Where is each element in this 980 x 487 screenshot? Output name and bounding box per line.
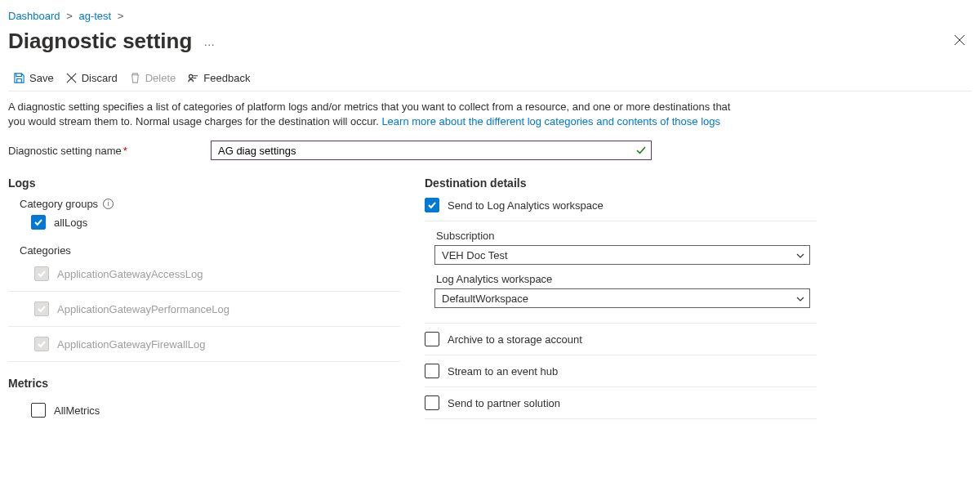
send-law-checkbox[interactable] bbox=[425, 198, 439, 212]
feedback-label: Feedback bbox=[203, 72, 250, 84]
checkmark-icon bbox=[37, 304, 47, 314]
alllogs-checkbox[interactable] bbox=[31, 215, 46, 230]
checkmark-icon bbox=[37, 269, 47, 279]
delete-button: Delete bbox=[129, 72, 176, 84]
alllogs-label: allLogs bbox=[54, 217, 87, 229]
diagnostic-name-input[interactable] bbox=[211, 141, 652, 160]
workspace-select[interactable]: DefaultWorkspace bbox=[434, 288, 810, 308]
checkmark-icon bbox=[427, 200, 437, 210]
partner-checkbox[interactable] bbox=[425, 395, 439, 410]
partner-label: Send to partner solution bbox=[448, 397, 560, 409]
category-groups-label: Category groups bbox=[20, 198, 98, 210]
destination-heading: Destination details bbox=[425, 176, 817, 190]
required-indicator: * bbox=[123, 145, 127, 157]
title-row: Diagnostic setting … bbox=[8, 24, 972, 67]
archive-checkbox[interactable] bbox=[425, 332, 439, 346]
checkmark-icon bbox=[37, 339, 47, 349]
eventhub-checkbox[interactable] bbox=[425, 364, 439, 378]
feedback-button[interactable]: Feedback bbox=[187, 72, 250, 84]
workspace-value: DefaultWorkspace bbox=[442, 293, 528, 305]
breadcrumb-parent[interactable]: ag-test bbox=[78, 10, 111, 22]
logs-heading: Logs bbox=[8, 176, 400, 190]
save-label: Save bbox=[29, 72, 54, 84]
discard-label: Discard bbox=[82, 72, 118, 84]
discard-button[interactable]: Discard bbox=[65, 72, 118, 84]
description-text: A diagnostic setting specifies a list of… bbox=[8, 92, 743, 136]
subscription-label: Subscription bbox=[434, 230, 817, 242]
toolbar: Save Discard Delete Feedback bbox=[8, 67, 972, 92]
category-checkbox-0 bbox=[34, 266, 49, 281]
breadcrumb-sep: > bbox=[118, 10, 124, 22]
category-label-0: ApplicationGatewayAccessLog bbox=[57, 268, 203, 280]
info-icon[interactable]: i bbox=[103, 199, 114, 209]
checkmark-icon bbox=[33, 217, 43, 227]
delete-icon bbox=[129, 72, 141, 84]
allmetrics-checkbox[interactable] bbox=[31, 403, 46, 418]
send-law-label: Send to Log Analytics workspace bbox=[448, 199, 604, 212]
allmetrics-label: AllMetrics bbox=[54, 404, 100, 417]
category-checkbox-1 bbox=[34, 302, 49, 316]
page-title: Diagnostic setting bbox=[8, 29, 192, 54]
save-button[interactable]: Save bbox=[13, 72, 54, 84]
destination-column: Destination details Send to Log Analytic… bbox=[425, 176, 817, 422]
discard-icon bbox=[65, 72, 78, 84]
breadcrumb: Dashboard > ag-test > bbox=[8, 7, 972, 24]
valid-check-icon bbox=[635, 145, 647, 156]
more-actions-button[interactable]: … bbox=[200, 32, 219, 51]
metrics-heading: Metrics bbox=[8, 362, 400, 390]
category-label-1: ApplicationGatewayPerformanceLog bbox=[57, 303, 229, 315]
close-button[interactable] bbox=[947, 29, 972, 53]
name-field-row: Diagnostic setting name* bbox=[8, 136, 972, 168]
chevron-down-icon bbox=[796, 251, 804, 260]
subscription-select[interactable]: VEH Doc Test bbox=[434, 245, 810, 265]
archive-label: Archive to a storage account bbox=[448, 333, 582, 346]
learn-more-link[interactable]: Learn more about the different log categ… bbox=[381, 115, 720, 127]
delete-label: Delete bbox=[145, 72, 176, 84]
category-checkbox-2 bbox=[34, 337, 49, 351]
subscription-value: VEH Doc Test bbox=[442, 249, 508, 261]
logs-column: Logs Category groups i allLogs Categorie… bbox=[8, 176, 400, 422]
feedback-icon bbox=[187, 72, 199, 84]
categories-label: Categories bbox=[8, 235, 400, 257]
chevron-down-icon bbox=[796, 294, 804, 303]
svg-point-0 bbox=[189, 74, 194, 78]
breadcrumb-sep: > bbox=[66, 10, 73, 22]
breadcrumb-dashboard[interactable]: Dashboard bbox=[8, 10, 60, 22]
eventhub-label: Stream to an event hub bbox=[448, 365, 558, 378]
category-label-2: ApplicationGatewayFirewallLog bbox=[57, 338, 205, 351]
save-icon bbox=[13, 72, 25, 84]
name-field-label: Diagnostic setting name* bbox=[8, 145, 211, 157]
close-icon bbox=[954, 34, 965, 46]
workspace-label: Log Analytics workspace bbox=[434, 273, 817, 285]
